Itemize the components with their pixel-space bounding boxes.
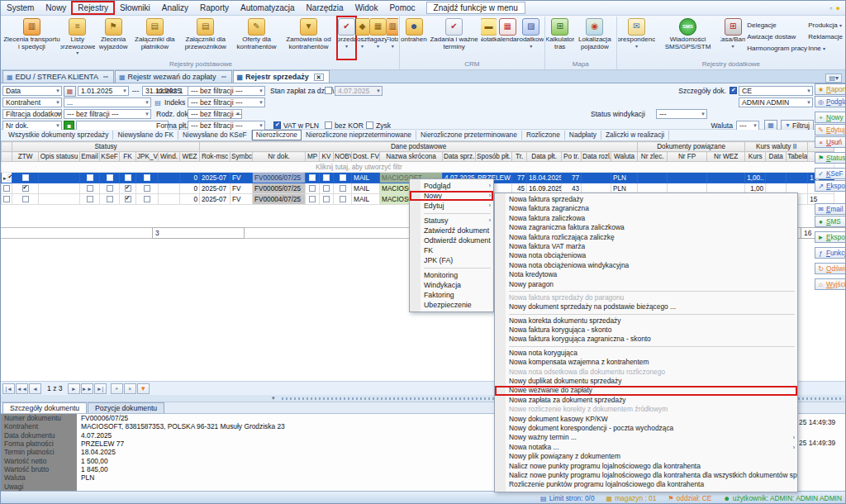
column-header[interactable]: Rok-msc — [200, 152, 231, 162]
grid-checkbox[interactable] — [144, 174, 150, 181]
context-menu-item[interactable]: Monitoring — [410, 270, 493, 280]
column-header[interactable]: Nr dok. — [253, 152, 306, 162]
grid-cell[interactable] — [2, 183, 12, 194]
ribbon-button[interactable]: ▼ Zamówienia od kontrahentów — [280, 17, 337, 59]
ribbon-small-button[interactable]: Reklamacje — [808, 31, 843, 43]
grid-cell[interactable] — [159, 194, 180, 205]
menubar-item[interactable]: Rejestry — [72, 2, 114, 14]
close-icon[interactable] — [103, 76, 108, 78]
column-header[interactable]: Po tr. — [562, 152, 582, 162]
document-tab[interactable]: ▦ Rejestr sprzedaży ✕ — [233, 70, 330, 83]
grid-checkbox[interactable] — [87, 196, 93, 202]
sidebar-action-button[interactable]: + Nowy — [815, 112, 846, 123]
grid-cell[interactable] — [306, 173, 320, 183]
grid-cell[interactable] — [39, 183, 80, 194]
menubar-item[interactable]: System — [1, 2, 40, 14]
submenu-item[interactable]: Nowy ważny termin ... › — [495, 433, 797, 442]
column-header[interactable]: Tr. — [512, 152, 527, 162]
submenu-item[interactable]: Nowe rozliczenie korekty z dokumentem źr… — [495, 405, 797, 414]
grid-cell[interactable]: 0 — [180, 194, 200, 205]
filter-tab[interactable]: Rozliczone — [522, 131, 565, 140]
filter-field-select[interactable]: Filtracja dodatkowa — [2, 109, 62, 119]
grid-checkbox[interactable] — [323, 174, 330, 181]
context-menu-item[interactable]: FK — [410, 245, 493, 255]
stan-zaplat-checkbox[interactable] — [325, 87, 332, 94]
ribbon-button[interactable]: ▬ Notatki — [481, 17, 497, 59]
submenu-item[interactable]: Nowa notatka ... › — [495, 443, 797, 452]
submenu-item[interactable] — [509, 346, 795, 347]
grid-cell[interactable]: PLN — [611, 173, 638, 183]
submenu-item[interactable]: Nowa faktura VAT marża — [495, 242, 797, 251]
grid-cell[interactable] — [80, 194, 100, 205]
context-menu-item[interactable]: Odtwierdź dokument — [410, 235, 493, 245]
grid-checkbox[interactable] — [125, 185, 131, 192]
menubar-item[interactable]: Nowy — [40, 2, 72, 14]
grid-checkbox[interactable] — [309, 196, 316, 202]
context-menu-item[interactable]: Windykacja — [410, 280, 493, 290]
tab-list-icon[interactable]: ▤▾ — [825, 74, 842, 83]
column-header[interactable]: Symbc — [231, 152, 253, 162]
submenu-item[interactable]: Nowa nota obciążeniowa — [495, 251, 797, 260]
address-book-icon[interactable]: ▤ — [153, 97, 163, 107]
szczegoly-dok-checkbox[interactable] — [730, 87, 737, 94]
grid-checkbox[interactable] — [323, 185, 330, 192]
indeks2-select[interactable]: --- bez filtracji --- — [188, 97, 265, 107]
grid-checkbox[interactable] — [22, 185, 29, 192]
ribbon-button[interactable]: ✉ Korespondencja ▾ — [618, 17, 655, 59]
grid-cell[interactable] — [80, 183, 100, 194]
grid-checkbox[interactable] — [340, 174, 346, 181]
ribbon-button[interactable]: ⊞ Kasa/Bank ▾ — [720, 17, 745, 59]
grid-cell[interactable] — [638, 173, 668, 183]
context-menu-item[interactable] — [424, 268, 491, 269]
ribbon-button[interactable]: ▦ Magazyn ▾ — [369, 17, 387, 59]
grid-cell[interactable] — [334, 194, 352, 205]
grid-cell[interactable] — [334, 183, 352, 194]
grid-checkbox[interactable] — [3, 185, 10, 192]
ribbon-button[interactable]: ✔ Sprzedaż ▾ — [337, 17, 355, 59]
details-tab[interactable]: Szczegóły dokumentu — [2, 402, 87, 413]
context-menu-item[interactable]: Edytuj › — [410, 201, 493, 211]
filter-tab[interactable]: Nierozliczone nieprzeterminowane — [302, 131, 416, 140]
column-header[interactable]: KSeF — [100, 152, 120, 162]
sidebar-action-button[interactable]: × Usuń — [815, 136, 846, 148]
ribbon-small-button[interactable]: Harmonogram pracy — [747, 43, 805, 55]
calendar-icon[interactable]: ▦ — [64, 86, 76, 97]
context-menu-item[interactable]: JPK (FA) — [410, 255, 493, 265]
filter-field-select[interactable]: Data — [2, 86, 62, 96]
grid-cell[interactable] — [159, 183, 180, 194]
ribbon-small-button[interactable]: Awizacje dostaw — [747, 31, 805, 43]
filtracja-dodatkowa-select[interactable]: --- bez filtracji --- — [64, 109, 151, 119]
submenu-item[interactable]: Nowa faktura sprzedaży — [495, 195, 797, 204]
grid-checkbox[interactable] — [323, 196, 330, 202]
column-header[interactable]: MP — [306, 152, 320, 162]
ribbon-button[interactable]: ◆ Koszty ▾ — [356, 17, 369, 59]
menubar-item[interactable]: Słowniki — [114, 2, 156, 14]
grid-checkbox[interactable] — [340, 196, 346, 202]
grid-cell[interactable]: 0 — [180, 173, 200, 183]
grid-cell[interactable] — [100, 183, 120, 194]
grid-checkbox[interactable] — [7, 174, 12, 181]
submenu-item[interactable]: Nowe wezwanie do zapłaty — [495, 386, 797, 395]
column-header[interactable]: Data płt. — [527, 152, 562, 162]
grid-cell[interactable] — [306, 183, 320, 194]
submenu-item[interactable]: Nowy plik powiązany z dokumentem — [495, 452, 797, 461]
grid-checkbox[interactable] — [309, 185, 316, 192]
submenu-item[interactable]: Nota kredytowa — [495, 270, 797, 279]
grid-cell[interactable]: MAIL — [352, 173, 380, 183]
submenu-item[interactable]: Nowa zagraniczna faktura zaliczkowa — [495, 223, 797, 232]
sidebar-action-button[interactable]: ✎ Edytuj — [815, 124, 846, 136]
grid-cell[interactable] — [136, 183, 159, 194]
grid-cell[interactable] — [334, 173, 352, 183]
grid-cell[interactable]: MAIL — [352, 194, 380, 205]
filter-tab[interactable]: Nadpłaty — [565, 131, 601, 140]
ribbon-button[interactable]: ▨ Dodatkowe ▾ — [519, 17, 544, 59]
grid-checkbox[interactable] — [125, 174, 131, 181]
grid-checkbox[interactable] — [107, 196, 113, 202]
stan-zaplat-date-select[interactable]: 4.07.2025 — [335, 86, 383, 96]
zysk-checkbox[interactable] — [366, 121, 373, 129]
ribbon-button[interactable]: ◉ Lokalizacja pojazdów — [574, 17, 615, 59]
grid-cell[interactable] — [120, 173, 136, 183]
grid-cell[interactable] — [12, 173, 39, 183]
sidebar-action-button[interactable]: ✓ KSeF — [815, 168, 846, 179]
grid-cell[interactable]: 77 — [562, 173, 582, 183]
